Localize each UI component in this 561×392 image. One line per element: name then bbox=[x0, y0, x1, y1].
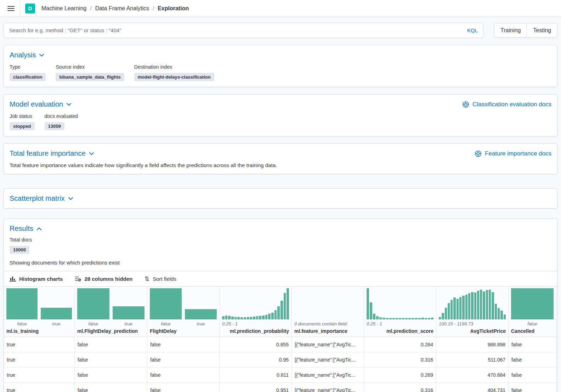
table-cell[interactable]: false bbox=[75, 337, 147, 352]
scatterplot-matrix-panel-toggle[interactable]: Scatterplot matrix bbox=[10, 194, 73, 203]
docs-link-label: Feature importance docs bbox=[485, 150, 551, 157]
kql-language-button[interactable]: KQL bbox=[467, 27, 478, 33]
sort-fields-button[interactable]: Sort fields bbox=[144, 276, 176, 282]
breadcrumb-item[interactable]: Data Frame Analytics bbox=[95, 5, 149, 12]
table-cell[interactable]: false bbox=[509, 383, 556, 392]
histogram-bar bbox=[265, 315, 268, 319]
grid-column-header[interactable]: falseCancelled bbox=[509, 286, 556, 337]
table-cell[interactable]: 0.316 bbox=[364, 383, 436, 392]
table-cell[interactable]: 404.731 bbox=[436, 383, 509, 392]
results-panel-toggle[interactable]: Results bbox=[10, 225, 41, 233]
column-histogram bbox=[6, 288, 72, 319]
table-cell[interactable]: 0.95 bbox=[220, 352, 292, 367]
grid-column-header[interactable]: 0 documents contain field.ml.feature_imp… bbox=[292, 286, 364, 337]
histogram-bar bbox=[228, 316, 231, 319]
table-cell[interactable]: false bbox=[75, 383, 147, 392]
histogram-bar bbox=[77, 288, 109, 319]
histogram-bar bbox=[500, 311, 503, 319]
histogram-bar bbox=[468, 293, 470, 319]
table-cell[interactable]: false bbox=[147, 368, 220, 382]
toolbar-button-label: Sort fields bbox=[153, 276, 176, 282]
histogram-bar bbox=[415, 318, 417, 319]
grid-column-header[interactable]: 0.25 - 1ml.prediction_score bbox=[364, 286, 436, 337]
table-cell[interactable]: 0.269 bbox=[364, 368, 436, 382]
sort-icon bbox=[144, 276, 149, 282]
chevron-up-icon bbox=[37, 227, 41, 230]
histogram-bars bbox=[6, 288, 72, 319]
deployment-badge[interactable]: D bbox=[25, 4, 35, 13]
histogram-bars bbox=[222, 288, 289, 319]
field-block: Type classification bbox=[10, 64, 46, 81]
docs-evaluated-badge: 13059 bbox=[45, 122, 64, 130]
grid-column-header[interactable]: 100.15 - 1199.73AvgTicketPrice bbox=[436, 286, 509, 337]
table-cell[interactable]: [{"feature_name":["AvgTic... bbox=[292, 368, 364, 382]
table-cell[interactable]: 0.951 bbox=[220, 383, 292, 392]
histogram-bar bbox=[370, 302, 372, 319]
histogram-bar bbox=[396, 318, 398, 319]
table-cell[interactable]: false bbox=[75, 368, 147, 382]
table-cell[interactable]: [{"feature_name":["AvgTic... bbox=[292, 383, 364, 392]
training-button[interactable]: Training bbox=[494, 23, 527, 37]
histogram-bar bbox=[222, 316, 225, 319]
breadcrumb-item: Exploration bbox=[158, 5, 189, 12]
hamburger-icon bbox=[7, 6, 15, 11]
histogram-charts-button[interactable]: Histogram charts bbox=[10, 276, 63, 282]
table-cell[interactable]: true bbox=[4, 337, 75, 352]
histogram-category-label: false bbox=[6, 321, 38, 327]
histogram-category-label: false bbox=[150, 321, 182, 327]
analysis-panel-toggle[interactable]: Analysis bbox=[10, 51, 44, 59]
table-cell[interactable]: false bbox=[509, 337, 556, 352]
table-cell[interactable]: false bbox=[147, 337, 220, 352]
hamburger-menu-button[interactable] bbox=[4, 0, 18, 17]
field-label: Destination index bbox=[134, 64, 214, 70]
table-cell[interactable]: 0.316 bbox=[364, 352, 436, 367]
table-cell[interactable]: 511.067 bbox=[436, 352, 509, 367]
grid-column-header[interactable]: falsetrueml.is_training bbox=[4, 286, 75, 337]
table-cell[interactable]: true bbox=[4, 352, 75, 367]
columns-hidden-button[interactable]: 28 columns hidden bbox=[75, 276, 132, 282]
histogram-bar bbox=[262, 316, 265, 319]
table-cell[interactable]: [{"feature_name":["AvgTic... bbox=[292, 352, 364, 367]
breadcrumb-item[interactable]: Machine Learning bbox=[41, 5, 86, 12]
panel-title-text: Analysis bbox=[10, 51, 36, 59]
column-histogram bbox=[511, 288, 554, 319]
feature-importance-description: Total feature importance values indicate… bbox=[10, 162, 551, 168]
table-cell[interactable]: false bbox=[509, 368, 556, 382]
histogram-bar bbox=[495, 304, 497, 319]
table-cell[interactable]: 988.898 bbox=[436, 337, 509, 352]
classification-evaluation-docs-link[interactable]: Classification evaluation docs bbox=[462, 101, 551, 108]
field-label: Source index bbox=[56, 64, 124, 70]
table-cell[interactable]: false bbox=[509, 352, 556, 367]
histogram-category-labels: falsetrue bbox=[6, 321, 72, 327]
total-feature-importance-panel-toggle[interactable]: Total feature importance bbox=[10, 149, 94, 158]
feature-importance-docs-link[interactable]: Feature importance docs bbox=[475, 150, 551, 157]
table-cell[interactable]: 0.855 bbox=[220, 337, 292, 352]
table-cell[interactable]: true bbox=[4, 368, 75, 382]
histogram-bar bbox=[277, 306, 280, 319]
table-cell[interactable]: false bbox=[75, 352, 147, 367]
testing-button[interactable]: Testing bbox=[527, 23, 557, 37]
table-row: truefalsefalse0.811[{"feature_name":["Av… bbox=[4, 368, 557, 383]
table-cell[interactable]: 0.284 bbox=[364, 337, 436, 352]
histogram-bar bbox=[465, 295, 468, 319]
histogram-bar bbox=[450, 300, 453, 319]
histogram-category-label: true bbox=[185, 321, 217, 327]
table-cell[interactable]: 0.811 bbox=[220, 368, 292, 382]
histogram-bars bbox=[439, 288, 506, 319]
model-evaluation-panel-toggle[interactable]: Model evaluation bbox=[10, 100, 71, 108]
table-cell[interactable]: 470.684 bbox=[436, 368, 509, 382]
histogram-bar bbox=[474, 292, 476, 319]
top-header: D Machine Learning/Data Frame Analytics/… bbox=[0, 0, 561, 17]
table-cell[interactable]: false bbox=[147, 352, 220, 367]
histogram-range-label: 100.15 - 1199.73 bbox=[439, 321, 506, 327]
table-cell[interactable]: [{"feature_name":["AvgTic... bbox=[292, 337, 364, 352]
histogram-category-label: true bbox=[113, 321, 145, 327]
grid-column-header[interactable]: falsetrueml.FlightDelay_prediction bbox=[75, 286, 147, 337]
table-cell[interactable]: false bbox=[147, 383, 220, 392]
grid-column-header[interactable]: falsetrueFlightDelay bbox=[147, 286, 220, 337]
histogram-bar bbox=[486, 290, 488, 319]
histogram-bar bbox=[287, 288, 289, 319]
table-cell[interactable]: true bbox=[4, 383, 75, 392]
grid-column-header[interactable]: 0.25 - 1ml.prediction_probability bbox=[220, 286, 292, 337]
search-input[interactable]: Search for e.g. method : "GET" or status… bbox=[4, 23, 483, 38]
